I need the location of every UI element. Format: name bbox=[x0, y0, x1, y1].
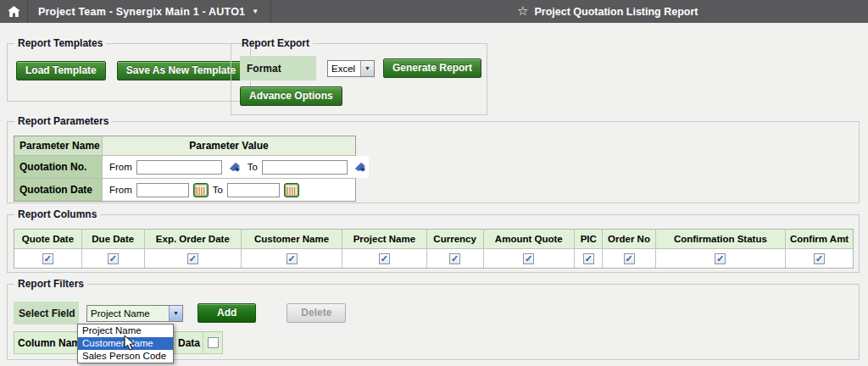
parameters-header-row: Parameter Name Parameter Value bbox=[14, 136, 355, 155]
quotation-date-from-input[interactable] bbox=[136, 183, 189, 197]
column-header-label: PIC bbox=[575, 230, 603, 249]
to-label: To bbox=[248, 162, 258, 172]
format-selected-value: Excel bbox=[328, 64, 360, 74]
report-filters-legend: Report Filters bbox=[14, 278, 87, 290]
report-column: Confirm Amt✓ bbox=[785, 230, 853, 268]
report-column: Amount Quote✓ bbox=[483, 230, 574, 268]
top-navigation-bar: Project Team - Synergix Main 1 - AUTO1 ▼… bbox=[0, 0, 868, 23]
report-export-legend: Report Export bbox=[238, 37, 313, 49]
format-label: Format bbox=[240, 56, 316, 80]
column-checkbox[interactable]: ✓ bbox=[523, 253, 534, 264]
report-column: PIC✓ bbox=[574, 230, 603, 268]
report-column: Confirmation Status✓ bbox=[655, 230, 786, 268]
report-export-section: Report Export Format Excel ▼ Generate Re… bbox=[231, 37, 487, 115]
column-checkbox[interactable]: ✓ bbox=[42, 253, 53, 264]
parameter-name-header: Parameter Name bbox=[14, 136, 103, 155]
column-header-label: Currency bbox=[427, 230, 483, 249]
column-checkbox[interactable]: ✓ bbox=[287, 253, 298, 264]
mouse-cursor bbox=[124, 335, 135, 351]
report-parameters-section: Report Parameters Parameter Name Paramet… bbox=[7, 115, 860, 203]
page-title: Project Quotation Listing Report bbox=[534, 6, 698, 18]
home-icon bbox=[8, 6, 20, 17]
report-templates-section: Report Templates Load Template Save As N… bbox=[7, 37, 251, 102]
column-header-label: Exp. Order Date bbox=[145, 230, 241, 249]
advance-options-button[interactable]: Advance Options bbox=[240, 86, 342, 106]
column-header-label: Order No bbox=[603, 230, 654, 249]
report-columns-table: Quote Date✓Due Date✓Exp. Order Date✓Cust… bbox=[14, 229, 854, 269]
save-as-new-template-button[interactable]: Save As New Template bbox=[117, 61, 245, 80]
column-header-label: Customer Name bbox=[242, 230, 342, 249]
team-label: Project Team - Synergix Main 1 - AUTO1 bbox=[38, 6, 245, 18]
select-arrow-icon: ▼ bbox=[169, 306, 182, 321]
column-checkbox[interactable]: ✓ bbox=[379, 253, 390, 264]
column-header-label: Due Date bbox=[82, 230, 144, 249]
report-parameters-legend: Report Parameters bbox=[14, 115, 112, 127]
parameters-table: Parameter Name Parameter Value Quotation… bbox=[14, 136, 356, 202]
column-checkbox[interactable]: ✓ bbox=[449, 253, 460, 264]
report-column: Currency✓ bbox=[426, 230, 483, 268]
home-button[interactable] bbox=[0, 0, 28, 23]
column-header-label: Amount Quote bbox=[484, 230, 574, 249]
column-header-label: Project Name bbox=[342, 230, 426, 249]
chevron-down-icon: ▼ bbox=[252, 8, 259, 15]
parameter-name-cell: Quotation No. bbox=[14, 156, 103, 178]
report-columns-legend: Report Columns bbox=[14, 208, 100, 220]
column-checkbox[interactable]: ✓ bbox=[187, 253, 198, 264]
add-filter-button[interactable]: Add bbox=[198, 303, 256, 323]
filter-header-checkbox[interactable]: ✓ bbox=[208, 337, 219, 348]
report-column: Quote Date✓ bbox=[14, 230, 81, 268]
select-arrow-icon: ▼ bbox=[360, 61, 374, 76]
report-templates-legend: Report Templates bbox=[14, 37, 106, 49]
column-header-label: Confirmation Status bbox=[656, 230, 786, 249]
lookup-icon[interactable] bbox=[229, 162, 241, 173]
column-header-label: Quote Date bbox=[14, 230, 81, 249]
format-select[interactable]: Excel ▼ bbox=[327, 60, 375, 77]
favorite-star-icon[interactable]: ☆ bbox=[517, 4, 528, 17]
data-header: Data bbox=[175, 332, 203, 353]
parameter-row-quotation-no: Quotation No. From To bbox=[14, 155, 355, 178]
column-checkbox[interactable]: ✓ bbox=[715, 253, 726, 264]
report-column: Customer Name✓ bbox=[241, 230, 342, 268]
parameter-value-header: Parameter Value bbox=[103, 136, 355, 155]
quotation-no-to-input[interactable] bbox=[262, 160, 348, 175]
load-template-button[interactable]: Load Template bbox=[16, 61, 106, 80]
page-title-area: ☆ Project Quotation Listing Report bbox=[517, 0, 698, 23]
filter-field-select[interactable]: Project Name ▼ bbox=[86, 305, 183, 322]
column-checkbox[interactable]: ✓ bbox=[814, 253, 825, 264]
column-checkbox[interactable]: ✓ bbox=[583, 253, 594, 264]
dropdown-option[interactable]: Sales Person Code bbox=[78, 350, 173, 363]
filter-field-selected-value: Project Name bbox=[87, 308, 169, 319]
calendar-icon[interactable] bbox=[284, 183, 299, 197]
column-header-label: Confirm Amt bbox=[786, 230, 853, 249]
quotation-no-from-input[interactable] bbox=[136, 160, 222, 175]
report-column: Exp. Order Date✓ bbox=[144, 230, 241, 268]
column-checkbox[interactable]: ✓ bbox=[108, 253, 119, 264]
report-column: Project Name✓ bbox=[342, 230, 426, 268]
parameter-row-quotation-date: Quotation Date From To bbox=[14, 178, 355, 201]
quotation-date-to-input[interactable] bbox=[227, 183, 280, 197]
calendar-icon[interactable] bbox=[193, 183, 209, 197]
report-column: Due Date✓ bbox=[81, 230, 144, 268]
lookup-icon[interactable] bbox=[354, 162, 366, 173]
report-column: Order No✓ bbox=[602, 230, 654, 268]
column-checkbox[interactable]: ✓ bbox=[624, 253, 635, 264]
report-columns-section: Report Columns Quote Date✓Due Date✓Exp. … bbox=[7, 208, 860, 273]
generate-report-button[interactable]: Generate Report bbox=[383, 58, 481, 78]
delete-filter-button[interactable]: Delete bbox=[287, 303, 346, 323]
team-selector[interactable]: Project Team - Synergix Main 1 - AUTO1 ▼ bbox=[28, 0, 271, 23]
select-field-label: Select Field bbox=[14, 302, 79, 324]
from-label: From bbox=[109, 162, 132, 172]
from-label: From bbox=[109, 185, 132, 195]
parameter-name-cell: Quotation Date bbox=[14, 179, 103, 201]
to-label: To bbox=[213, 185, 223, 195]
